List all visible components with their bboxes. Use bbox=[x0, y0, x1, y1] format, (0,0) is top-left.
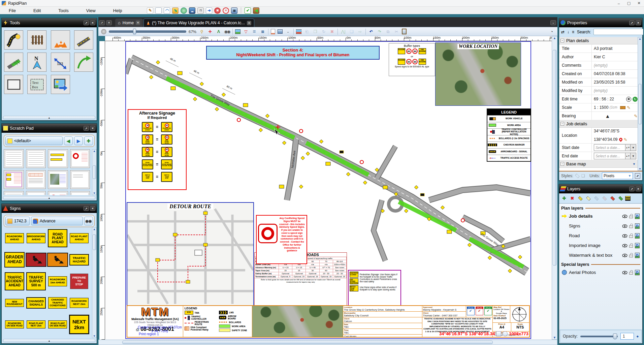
section-plan-details[interactable]: −Plan details bbox=[559, 37, 638, 44]
exit-door-icon[interactable]: ◀ bbox=[253, 7, 259, 14]
lock-icon[interactable] bbox=[629, 214, 633, 218]
close-plan-icon[interactable]: ✖ bbox=[214, 7, 221, 14]
start-date-input[interactable]: Select a date... ▲▼ ▼ bbox=[594, 144, 636, 151]
move-layer-down-icon[interactable] bbox=[617, 195, 624, 202]
close-icon[interactable]: ✕ bbox=[90, 126, 95, 131]
tasks-check-icon[interactable]: ✔ bbox=[245, 7, 251, 14]
categorize-icon[interactable]: ⇄ bbox=[561, 30, 565, 34]
scratch-thumbnail[interactable] bbox=[4, 191, 24, 195]
menu-edit[interactable]: Edit bbox=[25, 6, 50, 14]
signs-folder-button[interactable]: 1742.3 bbox=[5, 217, 30, 225]
sign-item[interactable] bbox=[26, 253, 46, 267]
sort-icon[interactable]: ↓ bbox=[567, 30, 569, 34]
scratch-thumbnail[interactable] bbox=[4, 170, 24, 189]
properties-scrollbar[interactable]: ▲▼ bbox=[638, 37, 642, 171]
close-tab-icon[interactable]: ✕ bbox=[136, 21, 140, 25]
tab-home[interactable]: ⌂ Home ✕ bbox=[115, 19, 143, 27]
opacity-slider[interactable] bbox=[580, 336, 618, 337]
magnifier-icon[interactable] bbox=[503, 331, 508, 336]
refresh-icon[interactable]: ↻ bbox=[633, 97, 638, 102]
canvas-vertical-scrollbar[interactable]: ▲ ▼ bbox=[552, 36, 557, 340]
date-spinner[interactable]: ▲▼ bbox=[625, 145, 630, 151]
sign-item[interactable]: PREPARE TO STOP bbox=[70, 274, 88, 289]
lock-icon[interactable]: ⊓ bbox=[197, 7, 204, 14]
sign-item[interactable]: ROADWORK ON SIDE ROAD bbox=[5, 320, 24, 328]
maximize-button[interactable]: ▢ bbox=[624, 0, 634, 6]
image-export-tool[interactable] bbox=[51, 75, 70, 94]
pedestrian-signage-box[interactable]: FOOTPATH CLOSED USE OTHER FOOTPATH Pedes… bbox=[348, 270, 401, 307]
property-value[interactable]: ▲✎ bbox=[591, 112, 638, 120]
menu-tools[interactable]: Tools bbox=[50, 6, 77, 14]
scratch-scrollbar[interactable]: ▲▼ bbox=[92, 149, 97, 195]
flip-icon[interactable]: ⋀| bbox=[340, 29, 346, 35]
merge-up-icon[interactable] bbox=[593, 195, 600, 202]
opacity-value[interactable]: 1 bbox=[620, 333, 634, 340]
tab-plan[interactable]: (*) The Grove Way Upgrade PLAN 4 - Catco… bbox=[143, 19, 254, 27]
lock-icon[interactable] bbox=[629, 243, 633, 248]
curved-arrow-tool[interactable] bbox=[74, 53, 93, 72]
next-pad-button[interactable]: ▶ bbox=[74, 136, 83, 145]
detail-level-icon[interactable]: D bbox=[635, 214, 640, 219]
date-spinner[interactable]: ▲▼ bbox=[625, 153, 630, 159]
pin-icon[interactable]: ➚ bbox=[84, 206, 89, 211]
sign-item[interactable]: GRADER AHEAD bbox=[4, 252, 25, 268]
dock-close-icon[interactable]: ✕ bbox=[106, 20, 112, 25]
cones-tool[interactable] bbox=[51, 30, 70, 50]
road-tool[interactable] bbox=[74, 30, 93, 50]
pin-icon[interactable]: ➚ bbox=[629, 21, 635, 25]
cut-icon[interactable]: ✂ bbox=[393, 29, 399, 35]
property-value[interactable]: 23/05/2025 16:58 bbox=[591, 78, 638, 86]
signs-scrollbar[interactable]: ▲▼ bbox=[92, 227, 97, 338]
target-icon[interactable]: + bbox=[223, 7, 229, 14]
visibility-eye-icon[interactable] bbox=[622, 224, 627, 228]
copy-icon[interactable]: ⧉ bbox=[385, 29, 391, 35]
sign-item[interactable]: TRAFFIC ACCIDENT AHEAD bbox=[5, 272, 24, 290]
buffer-types-box[interactable]: Buffer types ROADWORK 60 60 END ROADWORK… bbox=[389, 43, 435, 76]
sign-item[interactable]: CHANGED TRAFFIC CONDITIONS bbox=[48, 297, 67, 309]
add-layer-icon[interactable]: ✚ bbox=[560, 195, 568, 202]
close-icon[interactable]: ✕ bbox=[636, 21, 641, 25]
canvas-horizontal-scrollbar[interactable] bbox=[98, 340, 557, 345]
edit-pencil-icon[interactable]: ✎ bbox=[634, 114, 638, 119]
scratch-thumbnail[interactable] bbox=[48, 149, 68, 168]
visibility-eye-icon[interactable] bbox=[622, 234, 627, 238]
sign-item[interactable]: NEW ROUNDABOUT bbox=[5, 299, 24, 307]
signs-category-dropdown[interactable]: Advance bbox=[31, 217, 83, 225]
export-layer-icon[interactable] bbox=[585, 195, 592, 202]
plan-legend-box[interactable]: LEGEND WORK VEHICLEWORK AREATRAFFIC CONT… bbox=[487, 108, 531, 162]
detail-level-icon[interactable]: D bbox=[635, 243, 640, 248]
print-dropdown-icon[interactable]: ⌄ bbox=[285, 29, 291, 35]
detail-level-icon[interactable]: D bbox=[635, 253, 640, 258]
save-icon[interactable]: ▂ bbox=[189, 7, 195, 14]
aftercare-signage-box[interactable]: Aftercare Signage If Required 40ROADWORK… bbox=[128, 109, 187, 190]
sign-item[interactable]: CHANGED SIGNALS bbox=[26, 297, 46, 309]
scratch-thumbnail[interactable] bbox=[70, 170, 90, 189]
zoom-slider[interactable] bbox=[109, 30, 186, 33]
add-pad-button[interactable]: ✚ bbox=[84, 136, 93, 145]
style-hatch-icon[interactable] bbox=[575, 174, 580, 178]
new-from-template-icon[interactable]: ◠ bbox=[164, 7, 170, 14]
close-icon[interactable]: ✕ bbox=[90, 21, 95, 25]
property-value[interactable]: Kier C bbox=[591, 53, 638, 61]
work-location-image[interactable]: WORK LOCATION bbox=[435, 42, 521, 106]
open-folder-icon[interactable]: ⬊ bbox=[172, 7, 179, 14]
clipboard-icon[interactable] bbox=[402, 29, 407, 34]
scratch-thumbnail[interactable] bbox=[4, 149, 24, 168]
table-icon[interactable]: ▦ bbox=[260, 29, 266, 35]
layer-row-signs[interactable]: SignsD bbox=[559, 221, 642, 231]
close-icon[interactable]: ✕ bbox=[90, 206, 95, 211]
menu-view[interactable]: View bbox=[77, 6, 104, 14]
prev-pad-button[interactable]: ◀ bbox=[64, 136, 73, 145]
export-icon[interactable]: ➜ bbox=[206, 7, 212, 14]
print-preview-icon[interactable] bbox=[278, 29, 283, 34]
new-document-icon[interactable] bbox=[155, 7, 162, 14]
rectangle-tool[interactable] bbox=[4, 75, 23, 94]
speed-sign-note-box[interactable]: Any Conflicting Speed Signs MUST be cove… bbox=[256, 215, 307, 264]
paste-special-icon[interactable]: ⎗ bbox=[304, 29, 310, 35]
scratch-thumbnail[interactable] bbox=[48, 191, 68, 195]
panel-scrollbar[interactable]: ▲ bbox=[3, 339, 95, 342]
compass-measure-icon[interactable]: Λ bbox=[216, 29, 222, 35]
layer-row-watermark-text-box[interactable]: Watermark & text boxD bbox=[559, 250, 642, 260]
merge-down-icon[interactable] bbox=[601, 195, 608, 202]
list-properties-icon[interactable]: ☰ bbox=[251, 29, 257, 35]
